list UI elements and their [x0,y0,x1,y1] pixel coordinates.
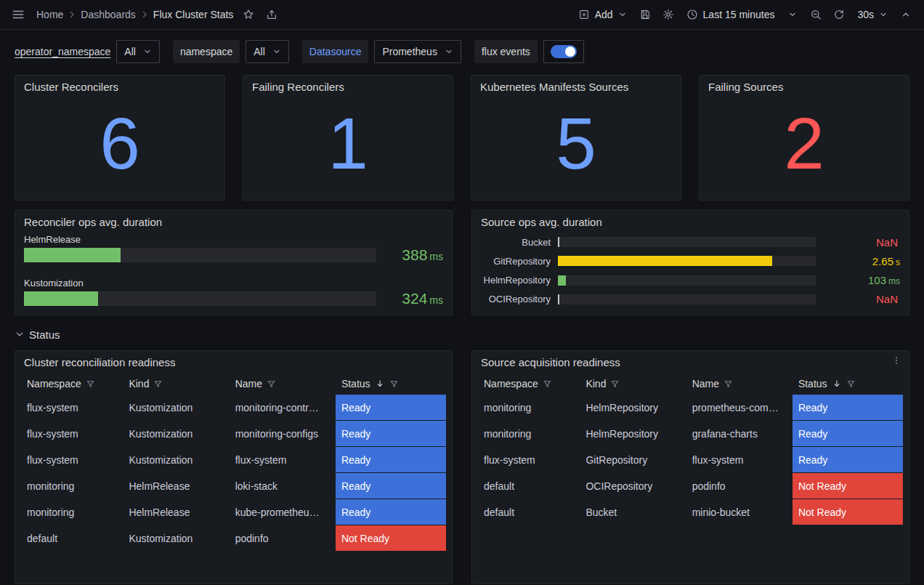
column-header-status[interactable]: Status [793,373,903,395]
cell-name: minio-bucket [686,499,793,525]
panel-title[interactable]: Failing Reconcilers [243,76,453,96]
column-header-name[interactable]: Name [230,373,336,395]
column-header-name[interactable]: Name [686,373,793,395]
dashboard-canvas: Cluster Reconcilers 6 Failing Reconciler… [0,75,924,584]
chevron-right-icon [140,10,149,19]
bar-label: HelmRepository [481,275,551,286]
panel-title[interactable]: Source acquisition readiness [472,351,629,371]
cell-name: podinfo [230,525,336,552]
panel-title[interactable]: Cluster reconciliation readiness [15,351,184,371]
bar-value: 388ms [386,247,443,262]
status-badge: Ready [336,421,446,446]
panel-title[interactable]: Failing Sources [700,76,909,96]
menu-icon[interactable] [7,4,29,25]
bar-fill [24,291,98,306]
cell-kind: HelmRepository [580,395,686,421]
time-range-picker[interactable]: Last 15 minutes [681,3,781,26]
namespace-select[interactable]: All [246,40,289,63]
table-row: monitoring HelmRepository prometheus-com… [478,395,903,421]
clock-icon [686,9,698,20]
variables-bar: operator_namespace All namespace All Dat… [0,30,924,75]
bar-track [558,294,816,304]
column-header-namespace[interactable]: Namespace [478,373,580,395]
panel-title[interactable]: Cluster Reconcilers [15,76,224,96]
column-header-kind[interactable]: Kind [123,373,229,395]
cell-name: flux-system [686,447,793,473]
cell-kind: HelmRepository [580,421,686,447]
filter-icon[interactable] [389,379,399,389]
bar-value: 324ms [386,291,443,306]
panel-source-ops-duration: Source ops avg. duration Bucket NaN GitR… [471,210,909,315]
panel-kubernetes-manifests-sources: Kubernetes Manifests Sources 5 [471,75,681,201]
filter-icon[interactable] [267,379,276,389]
status-badge: Ready [793,395,903,420]
save-dashboard-icon[interactable] [634,4,656,25]
zoom-out-icon[interactable] [805,4,827,25]
stat-value: 6 [15,96,224,200]
share-icon[interactable] [261,4,283,25]
table-row: flux-system Kustomization monitoring-con… [21,395,446,421]
sort-descending-icon[interactable] [832,379,842,389]
panel-reconciler-ops-duration: Reconciler ops avg. duration HelmRelease… [15,210,453,315]
star-icon[interactable] [238,4,259,25]
bar-gauge-group: HelmRelease 388ms [24,234,443,262]
breadcrumb-home[interactable]: Home [33,9,66,20]
status-badge: Not Ready [793,473,903,499]
refresh-interval-picker[interactable]: 30s [851,3,893,26]
bar-fill [558,275,566,286]
cell-namespace: flux-system [21,421,123,447]
dashboard-settings-gear-icon[interactable] [657,4,679,25]
cell-kind: Kustomization [123,395,229,421]
filter-icon[interactable] [86,379,95,389]
gauges-row: Reconciler ops avg. duration HelmRelease… [15,210,909,315]
breadcrumb-dashboards[interactable]: Dashboards [78,9,139,20]
bar-track [558,256,816,266]
cell-namespace: default [478,499,580,525]
panel-title[interactable]: Reconciler ops avg. duration [15,211,452,231]
row-toggle-status[interactable]: Status [15,324,60,344]
sort-descending-icon[interactable] [375,379,385,389]
reconciliation-table: Namespace Kind Name Status flux-system K… [21,373,446,552]
filter-icon[interactable] [543,379,552,389]
time-range-caret-icon[interactable] [782,4,803,25]
column-header-namespace[interactable]: Namespace [21,373,123,395]
cell-name: loki-stack [230,473,336,499]
cell-namespace: default [21,525,123,552]
refresh-icon[interactable] [828,4,850,25]
bar-track [558,237,816,247]
bar-fill [558,237,559,247]
bar-gauge-row: OCIRepository NaN [481,291,900,307]
column-header-status[interactable]: Status [336,373,446,395]
chevron-down-icon [618,10,627,19]
flux-events-toggle[interactable] [543,40,584,63]
variable-label-flux-events: flux events [474,40,538,63]
panel-title[interactable]: Source ops avg. duration [472,211,909,231]
breadcrumb-current-dashboard: Flux Cluster Stats [150,9,236,20]
panel-title[interactable]: Kubernetes Manifests Sources [471,76,681,96]
collapse-chevron-up-icon[interactable] [895,4,917,25]
stat-value: 2 [700,96,909,200]
filter-icon[interactable] [610,379,620,389]
table-row: flux-system Kustomization monitoring-con… [21,421,446,447]
panel-menu-kebab-icon[interactable] [891,351,909,366]
filter-icon[interactable] [724,379,733,389]
bar-track [24,291,376,306]
cell-kind: Kustomization [123,447,229,473]
table-row: flux-system GitRepository flux-system Re… [478,447,903,473]
datasource-select[interactable]: Prometheus [374,40,461,63]
chevron-down-icon [272,47,281,56]
table-row: flux-system Kustomization flux-system Re… [21,447,446,473]
add-button[interactable]: Add [572,3,633,26]
operator-namespace-select[interactable]: All [116,40,160,63]
bar-label: OCIRepository [481,294,551,304]
variable-label-operator-namespace[interactable]: operator_namespace [15,46,110,57]
filter-icon[interactable] [846,379,856,389]
table-row: default Bucket minio-bucket Not Ready [478,499,903,525]
cell-name: monitoring-contr… [230,395,336,421]
filter-icon[interactable] [153,379,163,389]
cell-namespace: monitoring [21,473,123,499]
bar-gauge-row: GitRepository 2.65s [481,253,900,269]
column-header-kind[interactable]: Kind [580,373,686,395]
cell-namespace: monitoring [478,395,580,421]
panel-cluster-reconcilers: Cluster Reconcilers 6 [15,75,225,201]
